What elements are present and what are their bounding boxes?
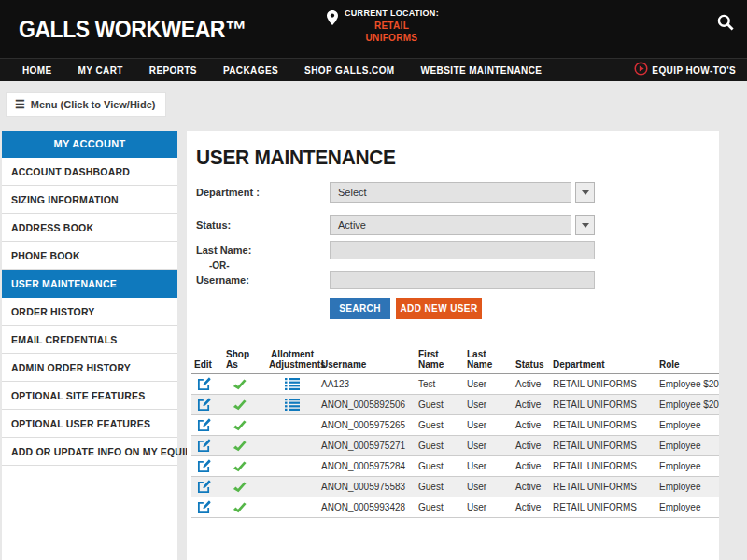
cell-last-name: User: [464, 497, 513, 518]
edit-icon[interactable]: [191, 415, 223, 436]
nav-item-website-maintenance[interactable]: WEBSITE MAINTENANCE: [408, 65, 556, 76]
nav-item-packages[interactable]: PACKAGES: [210, 65, 291, 76]
chevron-down-icon: [582, 190, 589, 195]
user-row-ANON_0005975265: ANON_0005975265GuestUserActiveRETAIL UNI…: [191, 415, 719, 436]
allotment-adjustments-icon[interactable]: [266, 374, 318, 395]
edit-icon[interactable]: [191, 436, 223, 456]
add-new-user-button[interactable]: ADD NEW USER: [396, 298, 482, 319]
cell-username: ANON_0005993428: [318, 497, 416, 518]
cell-first-name: Guest: [416, 415, 464, 436]
col-header-first-name: First Name: [416, 347, 464, 374]
sidebar-items: ACCOUNT DASHBOARDSIZING INFORMATIONADDRE…: [2, 158, 177, 466]
department-select[interactable]: Select: [330, 182, 571, 203]
cell-status: Active: [513, 456, 550, 477]
edit-icon[interactable]: [191, 477, 223, 497]
nav-item-reports[interactable]: REPORTS: [136, 65, 210, 76]
user-search-form: Department : Select Status: Active Last …: [196, 182, 719, 319]
col-header-department: Department: [550, 347, 656, 374]
account-sidebar: MY ACCOUNT ACCOUNT DASHBOARDSIZING INFOR…: [2, 131, 177, 560]
cell-department: RETAIL UNIFORMS: [550, 456, 656, 477]
cell-role: Employee $200: [656, 395, 719, 415]
sidebar-item-email-credentials[interactable]: EMAIL CREDENTIALS: [2, 326, 177, 354]
table-header-row: Edit Shop As Allotment Adjustments Usern…: [191, 347, 719, 374]
shop-as-check-icon[interactable]: [223, 497, 266, 518]
sidebar-item-sizing-information[interactable]: SIZING INFORMATION: [2, 186, 177, 214]
menu-toggle-button[interactable]: ☰ Menu (Click to View/Hide): [6, 92, 166, 117]
nav-item-shop-galls-com[interactable]: SHOP GALLS.COM: [291, 65, 408, 76]
sidebar-item-optional-site-features[interactable]: OPTIONAL SITE FEATURES: [2, 382, 177, 410]
search-submit-button[interactable]: SEARCH: [330, 298, 390, 319]
equip-how-tos-link[interactable]: EQUIP HOW-TO'S: [634, 62, 747, 79]
lastname-input[interactable]: [330, 241, 595, 259]
cell-role: Employee $200: [656, 374, 719, 395]
status-select[interactable]: Active: [330, 215, 571, 235]
edit-icon[interactable]: [191, 456, 223, 477]
status-select-arrow-button[interactable]: [575, 215, 595, 235]
edit-icon[interactable]: [191, 395, 223, 415]
nav-item-home[interactable]: HOME: [9, 65, 65, 76]
edit-icon[interactable]: [191, 497, 223, 518]
shop-as-check-icon[interactable]: [223, 477, 266, 497]
current-location-block[interactable]: CURRENT LOCATION: RETAIL UNIFORMS: [327, 7, 439, 44]
user-row-ANON_0005975271: ANON_0005975271GuestUserActiveRETAIL UNI…: [191, 436, 719, 456]
cell-last-name: User: [464, 456, 513, 477]
cell-username: ANON_0005892506: [318, 395, 416, 415]
cell-last-name: User: [464, 395, 513, 415]
cell-department: RETAIL UNIFORMS: [550, 477, 656, 497]
username-input[interactable]: [330, 271, 595, 289]
shop-as-check-icon[interactable]: [223, 456, 266, 477]
search-icon: [716, 13, 735, 35]
shop-as-check-icon[interactable]: [223, 415, 266, 436]
col-header-allotment-adjustments: Allotment Adjustments: [266, 347, 318, 374]
cell-username: ANON_0005975271: [318, 436, 416, 456]
department-select-arrow-button[interactable]: [575, 182, 595, 203]
shop-as-check-icon[interactable]: [223, 374, 266, 395]
cell-first-name: Guest: [416, 477, 464, 497]
current-location-value-line1: RETAIL: [345, 20, 439, 32]
nav-item-my-cart[interactable]: MY CART: [65, 65, 136, 76]
cell-department: RETAIL UNIFORMS: [550, 374, 656, 395]
allotment-adjustments-icon: [266, 456, 318, 477]
user-row-ANON_0005975284: ANON_0005975284GuestUserActiveRETAIL UNI…: [191, 456, 719, 477]
chevron-down-icon: [582, 223, 589, 228]
shop-as-check-icon[interactable]: [223, 436, 266, 456]
equip-how-tos-label: EQUIP HOW-TO'S: [652, 65, 736, 76]
cell-first-name: Guest: [416, 497, 464, 518]
cell-status: Active: [513, 395, 550, 415]
cell-department: RETAIL UNIFORMS: [550, 436, 656, 456]
sidebar-item-account-dashboard[interactable]: ACCOUNT DASHBOARD: [2, 158, 177, 186]
cell-department: RETAIL UNIFORMS: [550, 395, 656, 415]
cell-department: RETAIL UNIFORMS: [550, 497, 656, 518]
sidebar-item-admin-order-history[interactable]: ADMIN ORDER HISTORY: [2, 354, 177, 382]
shop-as-check-icon[interactable]: [223, 395, 266, 415]
cell-first-name: Guest: [416, 395, 464, 415]
allotment-adjustments-icon: [266, 477, 318, 497]
cell-username: ANON_0005975583: [318, 477, 416, 497]
allotment-adjustments-icon: [266, 497, 318, 518]
user-row-ANON_0005892506: ANON_0005892506GuestUserActiveRETAIL UNI…: [191, 395, 719, 415]
play-circle-icon: [634, 62, 648, 79]
cell-first-name: Guest: [416, 436, 464, 456]
cell-last-name: User: [464, 415, 513, 436]
nav-items: HOMEMY CARTREPORTSPACKAGESSHOP GALLS.COM…: [0, 59, 555, 81]
sidebar-item-add-or-update-info-on-my-equip[interactable]: ADD OR UPDATE INFO ON MY EQUIP: [2, 438, 177, 466]
col-header-status: Status: [513, 347, 550, 374]
cell-role: Employee: [656, 477, 719, 497]
allotment-adjustments-icon[interactable]: [266, 395, 318, 415]
col-header-username: Username: [318, 347, 416, 374]
sidebar-item-phone-book[interactable]: PHONE BOOK: [2, 242, 177, 270]
sidebar-item-address-book[interactable]: ADDRESS BOOK: [2, 214, 177, 242]
top-header: GALLS WORKWEAR™ CURRENT LOCATION: RETAIL…: [0, 0, 747, 58]
edit-icon[interactable]: [191, 374, 223, 395]
sidebar-item-user-maintenance[interactable]: USER MAINTENANCE: [2, 270, 177, 298]
search-button[interactable]: [713, 12, 738, 36]
sidebar-item-order-history[interactable]: ORDER HISTORY: [2, 298, 177, 326]
user-row-ANON_0005975583: ANON_0005975583GuestUserActiveRETAIL UNI…: [191, 477, 719, 497]
sidebar-item-optional-user-features[interactable]: OPTIONAL USER FEATURES: [2, 410, 177, 438]
cell-status: Active: [513, 374, 550, 395]
cell-role: Employee: [656, 497, 719, 518]
col-header-edit: Edit: [191, 347, 223, 374]
user-row-AA123: AA123TestUserActiveRETAIL UNIFORMSEmploy…: [191, 374, 719, 395]
cell-username: ANON_0005975284: [318, 456, 416, 477]
page-title: USER MAINTENANCE: [196, 146, 693, 170]
